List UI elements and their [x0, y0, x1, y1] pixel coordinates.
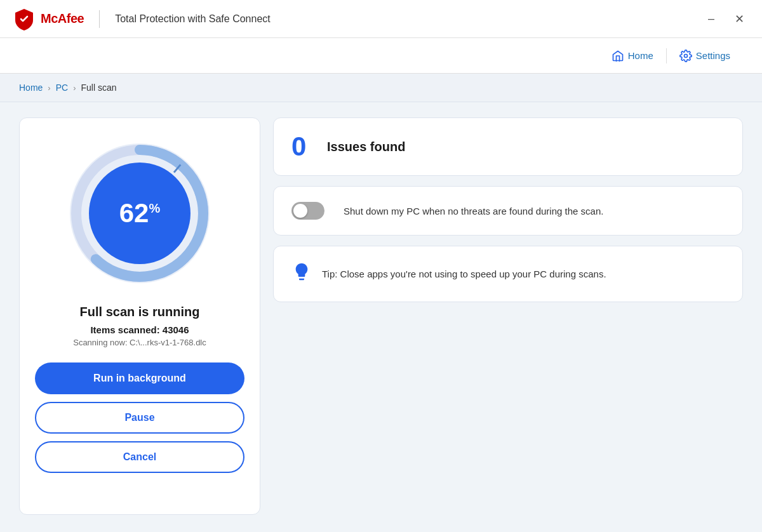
tip-card: Tip: Close apps you're not using to spee… [273, 246, 743, 302]
issues-found-card: 0 Issues found [273, 117, 743, 176]
cancel-button[interactable]: Cancel [35, 441, 244, 473]
shutdown-toggle[interactable] [291, 202, 324, 220]
minimize-button[interactable]: – [703, 10, 719, 28]
settings-nav-label: Settings [696, 50, 730, 61]
mcafee-logo: McAfee [13, 8, 84, 30]
toggle-track [291, 202, 324, 220]
home-nav-button[interactable]: Home [599, 44, 666, 67]
shutdown-toggle-label: Shut down my PC when no threats are foun… [344, 206, 603, 216]
bulb-svg [291, 262, 312, 282]
title-bar-left: McAfee Total Protection with Safe Connec… [13, 8, 271, 30]
settings-nav-button[interactable]: Settings [667, 44, 743, 67]
app-subtitle: Total Protection with Safe Connect [115, 13, 271, 25]
progress-inner-circle: 62% [89, 163, 190, 264]
nav-bar: Home Settings [0, 38, 762, 74]
scan-status-text: Full scan is running [80, 305, 200, 319]
issues-label: Issues found [327, 140, 405, 154]
shutdown-toggle-card: Shut down my PC when no threats are foun… [273, 186, 743, 236]
home-nav-label: Home [628, 50, 653, 61]
left-panel: 62% Full scan is running Items scanned: … [19, 117, 260, 515]
scanning-file: Scanning now: C:\...rks-v1-1-768.dlc [73, 338, 206, 347]
progress-value: 62% [119, 200, 161, 227]
breadcrumb-current: Full scan [81, 83, 117, 93]
breadcrumb-home[interactable]: Home [19, 83, 43, 93]
issues-count: 0 [291, 133, 317, 160]
svg-point-0 [684, 54, 687, 57]
home-icon [612, 50, 624, 62]
lightbulb-icon [291, 262, 312, 286]
main-content: 62% Full scan is running Items scanned: … [0, 102, 762, 530]
toggle-thumb [293, 204, 307, 218]
close-button[interactable]: ✕ [730, 10, 749, 29]
gear-icon [679, 50, 692, 62]
breadcrumb-sep-2: › [73, 83, 76, 93]
mcafee-brand: McAfee [41, 11, 84, 26]
breadcrumb-sep-1: › [48, 83, 50, 93]
title-bar: McAfee Total Protection with Safe Connec… [0, 0, 762, 38]
progress-container: 62% [64, 137, 216, 289]
pause-button[interactable]: Pause [35, 402, 244, 434]
window-controls: – ✕ [703, 10, 749, 29]
title-divider [99, 10, 100, 28]
tip-text: Tip: Close apps you're not using to spee… [322, 269, 606, 279]
breadcrumb-pc[interactable]: PC [56, 83, 68, 93]
mcafee-shield-icon [13, 8, 36, 30]
breadcrumb: Home › PC › Full scan [0, 74, 762, 102]
scan-items-count: Items scanned: 43046 [90, 324, 189, 335]
run-in-background-button[interactable]: Run in background [35, 362, 244, 394]
right-panel: 0 Issues found Shut down my PC when no t… [273, 117, 743, 515]
